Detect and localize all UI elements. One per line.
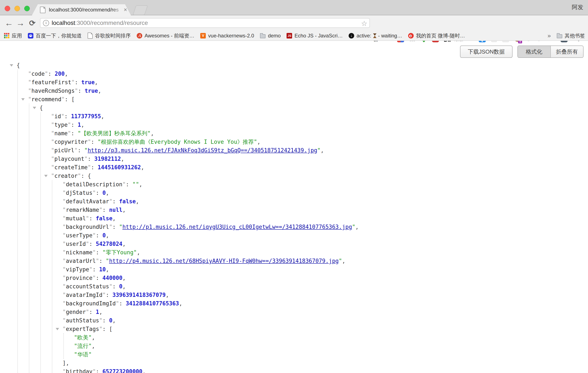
- json-quote: ": [63, 190, 66, 196]
- json-quote: ": [84, 156, 88, 162]
- json-string: "【欧美男团】秒杀耳朵系列": [78, 130, 150, 137]
- json-string: "": [132, 181, 139, 188]
- json-key: expertTags: [66, 326, 99, 332]
- json-colon: :: [78, 88, 84, 94]
- collapse-arrow-icon[interactable]: [44, 175, 48, 177]
- json-line: ],: [0, 359, 69, 367]
- url-path: :3000/recommend/resource: [75, 20, 148, 26]
- json-line-content: "code": 200,: [28, 70, 68, 78]
- bookmark-item[interactable]: 我的首页 微博-随时…: [408, 32, 465, 39]
- browser-tab[interactable]: localhost:3000/recommend/res ×: [32, 4, 131, 15]
- baidu-favicon-icon: [28, 33, 33, 39]
- json-colon: :: [113, 224, 119, 230]
- json-quote: ": [63, 207, 66, 213]
- bookmark-item[interactable]: 谷歌按时间排序: [88, 32, 131, 39]
- window-zoom-button[interactable]: [24, 6, 30, 11]
- bookmark-label: demo: [268, 33, 281, 39]
- json-number: 652723200000: [103, 368, 142, 373]
- json-line: "name": "【欧美男团】秒杀耳朵系列",: [0, 129, 154, 138]
- json-colon: :: [81, 173, 88, 179]
- json-comma: ,: [166, 292, 169, 298]
- json-line-content: "userType": 0,: [63, 231, 109, 240]
- url-bar[interactable]: localhost:3000/recommend/resource: [40, 18, 370, 28]
- json-line: "playcount": 31982112,: [0, 155, 124, 163]
- bookmark-item[interactable]: JSEcho JS - JavaScri…: [287, 33, 343, 39]
- json-line: "remarkName": null,: [0, 206, 126, 214]
- page-info-icon[interactable]: [43, 20, 49, 26]
- bookmark-item[interactable]: 百度一下，你就知道: [28, 32, 82, 39]
- json-quote: ": [62, 96, 65, 103]
- json-number: 54278024: [96, 241, 122, 247]
- profile-name[interactable]: 阿发: [572, 3, 583, 11]
- json-comma: ,: [113, 215, 116, 222]
- new-tab-button[interactable]: [133, 5, 148, 15]
- bookmarks-overflow-chevron[interactable]: »: [547, 32, 551, 39]
- json-line-content: "mutual": false,: [63, 214, 116, 223]
- json-line: "haveRcmdSongs": true,: [0, 86, 101, 95]
- json-link[interactable]: http://p4.music.126.net/68HSpiyAAVY-HI9-…: [109, 258, 339, 264]
- json-quote: ": [89, 266, 93, 273]
- json-key: type: [54, 122, 68, 128]
- echojs-favicon-icon: JS: [287, 33, 292, 39]
- json-quote: ": [28, 79, 32, 85]
- json-quote: ": [45, 71, 48, 77]
- json-line-content: "expertTags": [: [63, 325, 113, 333]
- collapse-arrow-icon[interactable]: [21, 98, 25, 101]
- json-quote: ": [74, 147, 78, 154]
- down-circle-icon: [349, 33, 354, 39]
- json-colon: :: [65, 96, 71, 103]
- json-quote: ": [63, 232, 66, 239]
- json-key: creator: [54, 173, 78, 179]
- json-colon: :: [103, 207, 109, 213]
- json-comma: ,: [321, 147, 324, 154]
- json-colon: :: [113, 198, 119, 204]
- back-button[interactable]: [3, 15, 14, 31]
- json-line: "nickname": "零下Young",: [0, 248, 140, 257]
- folder-icon: [557, 34, 562, 38]
- json-key: picUrl: [54, 147, 74, 154]
- json-key: province: [66, 275, 93, 281]
- url-host: localhost: [52, 20, 75, 26]
- json-number: 0: [103, 232, 106, 239]
- window-minimize-button[interactable]: [14, 6, 20, 11]
- json-quote: ": [63, 326, 66, 332]
- collapse-arrow-icon[interactable]: [33, 107, 36, 109]
- format-button[interactable]: 格式化: [518, 46, 550, 57]
- collapse-arrow-icon[interactable]: [56, 328, 59, 330]
- json-line: "createTime": 1445160931262,: [0, 163, 144, 172]
- json-colon: :: [96, 275, 103, 281]
- json-colon: :: [93, 266, 99, 273]
- json-key: createTime: [54, 164, 88, 171]
- json-quote: ": [63, 241, 66, 247]
- json-line-content: "recommend": [: [28, 95, 75, 104]
- window-close-button[interactable]: [5, 6, 10, 11]
- json-key: avatarUrl: [66, 258, 96, 264]
- json-link[interactable]: http://p1.music.126.net/iqygU3Uicg_cL00I…: [122, 224, 352, 230]
- json-colon: :: [113, 283, 119, 290]
- json-number: true: [81, 79, 94, 85]
- bookmark-item[interactable]: demo: [260, 33, 281, 39]
- tab-close-icon[interactable]: ×: [124, 7, 127, 13]
- json-comma: ,: [101, 113, 104, 119]
- json-string: "欧美": [74, 334, 92, 341]
- json-number: 0: [119, 283, 122, 290]
- bookmark-star-icon[interactable]: [361, 19, 367, 28]
- download-json-button[interactable]: 下载JSON数据: [460, 45, 513, 58]
- page-favicon-icon: [88, 32, 93, 39]
- bookmark-item[interactable]: Vvue-hackernews-2.0: [200, 33, 254, 39]
- json-link[interactable]: http://p3.music.126.net/FJAxNkFoq3dGiS9t…: [88, 147, 317, 154]
- json-line-content: "haveRcmdSongs": true,: [28, 86, 101, 95]
- bookmark-item[interactable]: AAwesomes - 前端资…: [137, 32, 194, 39]
- json-line: "recommend": [: [0, 95, 75, 104]
- json-comma: ,: [136, 198, 139, 204]
- collapse-arrow-icon[interactable]: [10, 64, 13, 66]
- forward-button[interactable]: [15, 15, 26, 31]
- bookmark-item[interactable]: 应用: [4, 32, 22, 39]
- collapse-all-button[interactable]: 折叠所有: [550, 46, 583, 57]
- json-number: 1445160931262: [98, 164, 141, 171]
- bookmark-item[interactable]: active:- waiting…: [349, 33, 402, 39]
- json-comma: ,: [121, 156, 124, 162]
- reload-button[interactable]: [27, 15, 38, 31]
- other-bookmarks-folder[interactable]: 其他书签: [557, 32, 585, 39]
- json-number: 117377955: [71, 113, 101, 119]
